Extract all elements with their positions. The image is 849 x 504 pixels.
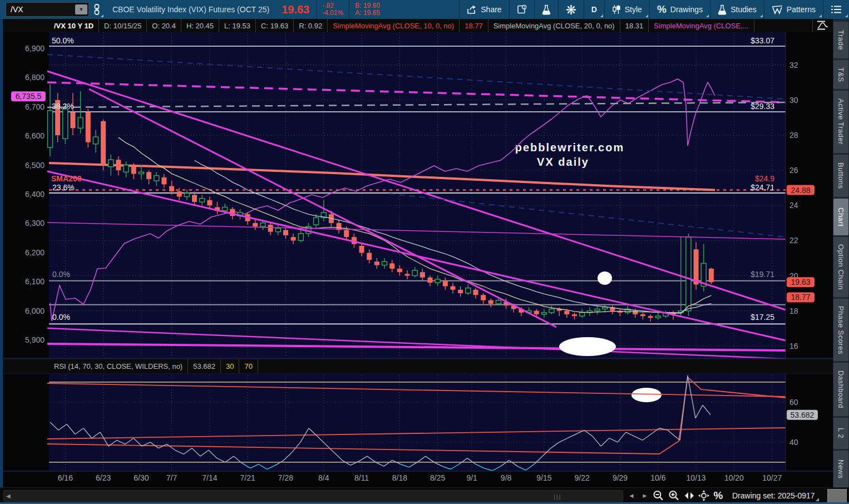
zoom-in-icon xyxy=(668,490,679,501)
pan-right-button[interactable]: ▶ xyxy=(638,489,652,502)
sidebar-tab-news[interactable]: News xyxy=(833,451,848,487)
sidebar-tab-dashboard[interactable]: Dashboard xyxy=(833,363,848,416)
chart-header-row: /VX 10 Y 1DD: 10/15/25O: 20.4H: 20.45L: … xyxy=(0,19,833,33)
share-button[interactable]: Share xyxy=(460,0,509,19)
svg-text:22: 22 xyxy=(789,236,798,245)
share-label: Share xyxy=(481,5,501,14)
sidebar-tab-trade[interactable]: Trade xyxy=(833,22,848,58)
chart-header-cell[interactable]: D: 10/15/25 xyxy=(99,19,147,32)
sidebar-tab-active-trader[interactable]: Active Trader xyxy=(833,91,848,153)
note-icon xyxy=(517,4,527,14)
sidebar-tab-l-2[interactable]: L 2 xyxy=(833,418,848,449)
chart-settings-button[interactable] xyxy=(559,0,584,19)
svg-text:40: 40 xyxy=(789,438,798,447)
dropdown-caret xyxy=(600,14,603,17)
chart-header-cell[interactable]: SimpleMovingAvg (CLOSE,... xyxy=(649,19,754,32)
svg-text:6,400: 6,400 xyxy=(25,190,45,199)
price-chart[interactable]: pebblewriter.comVX daily50.0%$33.0738.2%… xyxy=(0,32,833,487)
rsi-header-cell[interactable]: 70 xyxy=(239,359,258,373)
flask-icon xyxy=(542,4,551,15)
sidebar-tab-phase-scores[interactable]: Phase Scores xyxy=(833,299,848,361)
symbol-input[interactable]: /VX ▼ xyxy=(6,2,89,17)
chart-horizontal-scrollbar[interactable]: ◀ ||| xyxy=(3,490,623,502)
sidebar-tab-t-s[interactable]: T&S xyxy=(833,60,848,89)
patterns-button[interactable]: Patterns xyxy=(764,0,823,19)
timeframe-button[interactable]: D xyxy=(584,0,604,19)
right-sidebar: TradeT&SActive TraderButtonsChartOption … xyxy=(833,19,849,487)
chart-header-cell[interactable]: 18.77 xyxy=(460,19,488,32)
rsi-header-cell[interactable]: RSI (14, 70, 30, CLOSE, WILDERS, no) xyxy=(49,359,188,373)
svg-text:6,600: 6,600 xyxy=(25,131,45,140)
symbol-value: /VX xyxy=(11,5,23,14)
zoom-in-button[interactable] xyxy=(667,489,681,502)
svg-text:6,735.5: 6,735.5 xyxy=(16,92,42,101)
svg-text:28: 28 xyxy=(789,131,798,140)
chart-menu-button[interactable] xyxy=(823,0,849,19)
rsi-header-cell[interactable]: 30 xyxy=(221,359,239,373)
svg-text:8/4: 8/4 xyxy=(318,473,329,482)
svg-text:$33.07: $33.07 xyxy=(751,36,774,45)
svg-text:$17.25: $17.25 xyxy=(751,313,774,322)
expand-horizontal-button[interactable] xyxy=(682,489,697,502)
style-label: Style xyxy=(625,5,642,14)
chart-header-cell[interactable]: 18.31 xyxy=(620,19,649,32)
header-spacer xyxy=(258,359,833,373)
link-charts-button[interactable] xyxy=(89,0,105,19)
drawing-set-selector[interactable]: Drawing set: 2025-0917 xyxy=(732,491,815,500)
svg-text:6,300: 6,300 xyxy=(25,219,45,228)
chart-header-cell[interactable]: R: 0.92 xyxy=(294,19,328,32)
dropdown-caret xyxy=(645,14,648,17)
window-left-edge xyxy=(0,19,3,487)
chart-header-cell[interactable]: SimpleMovingAvg (CLOSE, 20, 0, no) xyxy=(488,19,620,32)
svg-text:SMA200: SMA200 xyxy=(51,174,82,183)
studies-button[interactable]: Studies xyxy=(710,0,764,19)
bottom-right-handle[interactable] xyxy=(827,489,847,504)
sidebar-tab-buttons[interactable]: Buttons xyxy=(833,155,848,197)
analysis-tools-button[interactable] xyxy=(535,0,558,19)
scrollbar-grip[interactable]: ||| xyxy=(554,493,562,500)
rsi-header-cell[interactable]: 53.682 xyxy=(188,359,221,373)
rsi-header-cells: RSI (14, 70, 30, CLOSE, WILDERS, no)53.6… xyxy=(49,359,258,373)
drawings-button[interactable]: % Drawings xyxy=(650,0,710,19)
share-icon xyxy=(467,4,477,14)
chart-style-toggle-button[interactable] xyxy=(812,19,833,32)
gear-icon xyxy=(566,4,576,15)
candlestick-icon xyxy=(612,4,621,14)
zoom-out-button[interactable] xyxy=(651,489,665,502)
svg-text:23.6%: 23.6% xyxy=(52,183,75,192)
chart-header-cell[interactable]: L: 19.53 xyxy=(219,19,256,32)
flask-icon xyxy=(718,4,727,15)
style-button[interactable]: Style xyxy=(605,0,649,19)
svg-text:32: 32 xyxy=(789,61,798,70)
svg-text:VX daily: VX daily xyxy=(537,156,589,168)
pan-left-button[interactable]: ◀ xyxy=(624,489,639,502)
svg-text:7/21: 7/21 xyxy=(240,473,255,482)
svg-text:6,700: 6,700 xyxy=(25,102,45,111)
svg-text:10/20: 10/20 xyxy=(724,473,744,482)
chart-header-cell[interactable]: H: 20.45 xyxy=(181,19,219,32)
svg-text:16: 16 xyxy=(789,342,798,350)
svg-text:9/8: 9/8 xyxy=(501,473,512,482)
chart-header-cell[interactable]: C: 19.63 xyxy=(256,19,294,32)
sidebar-tab-chart[interactable]: Chart xyxy=(833,199,848,235)
sidebar-tab-option-chain[interactable]: Option Chain xyxy=(833,237,848,297)
svg-text:7/14: 7/14 xyxy=(202,473,217,482)
bottom-bar: ◀ ||| ◀ ▶ % Drawing set: 2025-0917 xyxy=(0,487,849,504)
dropdown-caret xyxy=(101,14,103,17)
chart-notes-button[interactable] xyxy=(510,0,534,19)
studies-label: Studies xyxy=(730,5,757,14)
scroll-left-arrow[interactable]: ◀ xyxy=(6,493,11,499)
chart-header-cell[interactable]: /VX 10 Y 1D xyxy=(49,19,99,32)
pan-mode-button[interactable] xyxy=(697,489,711,502)
chart-header-cell[interactable]: SimpleMovingAvg (CLOSE, 10, 0, no) xyxy=(328,19,460,32)
chart-header-cell[interactable]: O: 20.4 xyxy=(147,19,181,32)
svg-text:18: 18 xyxy=(789,307,798,315)
svg-text:50.0%: 50.0% xyxy=(52,36,74,45)
symbol-dropdown-button[interactable]: ▼ xyxy=(75,4,87,14)
svg-text:18.77: 18.77 xyxy=(791,293,810,302)
svg-text:9/22: 9/22 xyxy=(575,473,590,482)
dropdown-caret xyxy=(706,14,709,17)
header-left-pad xyxy=(0,19,49,32)
chart-region: /VX 10 Y 1DD: 10/15/25O: 20.4H: 20.45L: … xyxy=(0,19,833,487)
percent-scale-button[interactable]: % xyxy=(711,489,725,502)
